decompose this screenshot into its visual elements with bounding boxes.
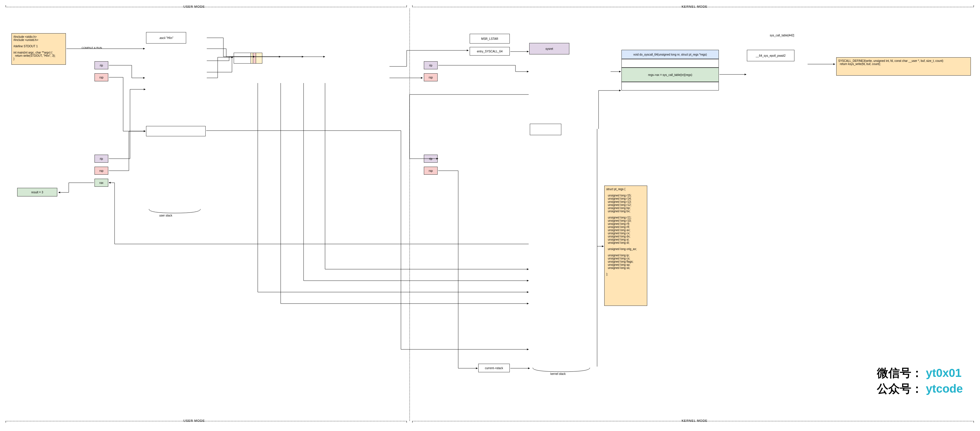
cpu2-rsp: rsp [94,167,108,175]
kcpu2-rsp: rsp [424,167,438,175]
watermark: 微信号： yt0x01 公众号： ytcode [877,365,963,397]
cpu1-rsp: rsp [94,73,108,81]
kernel-stack-label: kernel stack [550,372,566,375]
user-top-rule [6,7,407,8]
current-stack: current->stack [478,364,510,372]
source-code: #include <stdio.h> #include <unistd.h> #… [11,33,66,65]
user-bot-rule [6,421,407,422]
sct-title: sys_call_table[442] [770,34,794,37]
wm-v2: ytcode [926,382,963,395]
kcpu1-rip: rip [424,61,438,69]
cpu2-rip: rip [94,155,108,163]
wm-l1: 微信号： [877,367,923,379]
user-mode-label-top: USER MODE [183,5,205,8]
cpu2-rax: rax [94,179,108,187]
do-syscall-body: regs->ax = sys_call_table[nr](regs) [622,68,719,82]
mode-divider [409,9,411,421]
do-syscall-spacer [622,59,719,68]
do-syscall-sig: void do_syscall_64(unsigned long nr, str… [622,50,719,59]
kernel-mode-label-bot: KERNEL MODE [682,419,708,422]
kernel-mode-label-top: KERNEL MODE [682,5,708,8]
do-syscall-ret [622,82,719,91]
user-mode-label-bot: USER MODE [183,419,205,422]
wm-l2: 公众号： [877,382,923,395]
cpu1-rip: rip [94,61,108,69]
msr-lstar: MSR_LSTAR [470,34,510,43]
syscall-define3: SYSCALL_DEFINE3(write, unsigned int, fd,… [836,57,971,76]
pt-regs-struct: struct pt_regs { unsigned long r15; unsi… [604,186,647,306]
user-stack-label: user stack [159,214,172,217]
wm-v1: yt0x01 [926,367,962,379]
compile-label: COMPILE & RUN [82,46,102,49]
kcpu1-rsp: rsp [424,73,438,81]
entry-syscall64: entry_SYSCALL_64 [470,47,510,56]
result-box: result = 3 [17,188,57,196]
kcpu2-rip: rip [424,155,438,163]
diagram-canvas: USER MODE KERNEL MODE USER MODE KERNEL M… [0,0,980,431]
